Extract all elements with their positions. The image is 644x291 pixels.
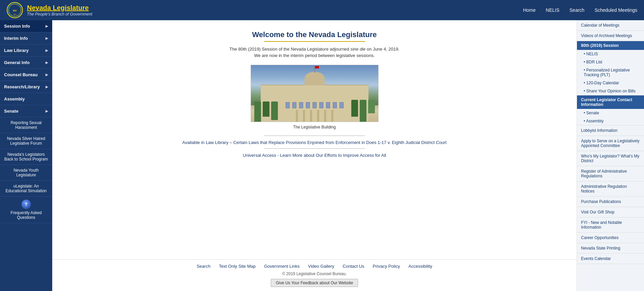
footer-link-gov-links[interactable]: Government Links (264, 264, 300, 269)
right-link-my-legislator[interactable]: Who's My Legislator? What's My District (577, 151, 644, 166)
footer-link-accessibility[interactable]: Accessibility (409, 264, 432, 269)
right-section-purchase-pubs: Purchase Publications (577, 197, 644, 207)
right-section-career: Career Opportunities (577, 233, 644, 243)
sidebar-item-label: Research/Library (4, 84, 40, 89)
nav-scheduled-meetings[interactable]: Scheduled Meetings (594, 7, 637, 13)
sidebar-item-label: General Info (4, 60, 30, 65)
right-section-fyi: FYI - New and Notable Information (577, 217, 644, 233)
right-link-register-admin[interactable]: Register of Administrative Regulations (577, 166, 644, 181)
right-link-gift-shop[interactable]: Visit Our Gift Shop (577, 207, 644, 217)
right-link-videos[interactable]: Videos of Archived Meetings (577, 31, 644, 41)
sidebar-item-assembly[interactable]: Assembly (0, 93, 52, 105)
right-link-events[interactable]: Events Calendar (577, 254, 644, 264)
sidebar-link-silver-haired[interactable]: Nevada Silver Haired Legislative Forum (0, 133, 52, 149)
footer-link-text-only[interactable]: Text Only Site Map (219, 264, 256, 269)
nav-home[interactable]: Home (523, 7, 536, 13)
faq-icon: ? (22, 200, 31, 209)
sidebar-link-youth[interactable]: Nevada Youth Legislature (0, 165, 52, 181)
building-image (251, 65, 379, 122)
right-link-career[interactable]: Career Opportunities (577, 233, 644, 243)
right-sub-nelis[interactable]: NELIS (577, 50, 644, 58)
sidebar-item-senate[interactable]: Senate ▶ (0, 105, 52, 117)
layout: Session Info ▶ Interim Info ▶ Law Librar… (0, 20, 644, 291)
building-columns (296, 108, 333, 122)
right-sub-bdr[interactable]: BDR List (577, 58, 644, 66)
right-sub-assembly[interactable]: Assembly (577, 117, 644, 125)
right-sub-senate[interactable]: Senate (577, 109, 644, 117)
building-caption: The Legislative Building (293, 125, 336, 129)
footer-link-video-gallery[interactable]: Video Gallery (308, 264, 334, 269)
right-link-lobbyist[interactable]: Lobbyist Information (577, 125, 644, 136)
sidebar-link-reporting[interactable]: Reporting Sexual Harassment (0, 117, 52, 133)
right-section-admin-notices: Administrative Regulation Notices (577, 181, 644, 197)
building-windows (286, 102, 344, 108)
sidebar-item-label: Interim Info (4, 36, 28, 41)
right-section-lobbyist: Lobbyist Information (577, 125, 644, 136)
sidebar-item-label: Assembly (4, 96, 25, 101)
sidebar-item-label: Senate (4, 109, 19, 114)
right-sub-120day[interactable]: 120-Day Calendar (577, 79, 644, 87)
nav-search[interactable]: Search (570, 7, 584, 13)
svg-text:NV: NV (13, 9, 17, 12)
footer-link-search[interactable]: Search (197, 264, 211, 269)
divider3 (264, 148, 365, 149)
sidebar-item-law-library[interactable]: Law Library ▶ (0, 45, 52, 57)
sidebar-item-general-info[interactable]: General Info ▶ (0, 57, 52, 69)
chevron-right-icon: ▶ (45, 85, 48, 89)
trees-right (351, 100, 375, 122)
nevada-seal-icon: NV 1864 (7, 2, 23, 18)
right-sub-share-opinion[interactable]: Share Your Opinion on Bills (577, 87, 644, 95)
feedback-button[interactable]: Give Us Your Feedback about Our Website (271, 279, 358, 287)
header-nav: Home NELIS Search Scheduled Meetings (523, 7, 637, 13)
sidebar: Session Info ▶ Interim Info ▶ Law Librar… (0, 20, 52, 291)
header-title-block: Nevada Legislature The People's Branch o… (27, 4, 92, 17)
sidebar-item-research-library[interactable]: Research/Library ▶ (0, 81, 52, 93)
sidebar-link-back-to-school[interactable]: Nevada's Legislators Back to School Prog… (0, 149, 52, 165)
sidebar-item-label: Counsel Bureau (4, 72, 38, 77)
divider2 (264, 136, 365, 136)
chevron-right-icon: ▶ (45, 109, 48, 113)
right-link-apply-committee[interactable]: Apply to Serve on a Legislatively Appoin… (577, 136, 644, 151)
right-section-session-80: 80th (2019) Session NELIS BDR List Perso… (577, 41, 644, 95)
footer-link-contact[interactable]: Contact Us (343, 264, 364, 269)
right-link-admin-notices[interactable]: Administrative Regulation Notices (577, 181, 644, 196)
header-title[interactable]: Nevada Legislature (27, 4, 92, 12)
sidebar-item-interim-info[interactable]: Interim Info ▶ (0, 32, 52, 45)
right-sub-plt[interactable]: Personalized Legislative Tracking (PLT) (577, 66, 644, 79)
sidebar-link-faq[interactable]: ? Frequently Asked Questions (0, 197, 52, 223)
building-dome (304, 72, 325, 85)
footer-link-privacy[interactable]: Privacy Policy (373, 264, 400, 269)
header: NV 1864 Nevada Legislature The People's … (0, 0, 644, 20)
right-section-calendar: Calendar of Meetings (577, 20, 644, 31)
right-link-fyi[interactable]: FYI - New and Notable Information (577, 217, 644, 232)
main-divider (264, 41, 365, 42)
chevron-right-icon: ▶ (45, 36, 48, 40)
footer-links: Search Text Only Site Map Government Lin… (59, 264, 570, 269)
right-section-register-admin: Register of Administrative Regulations (577, 166, 644, 181)
main-content: Welcome to the Nevada Legislature The 80… (52, 20, 577, 259)
sidebar-item-label: Law Library (4, 48, 29, 53)
right-header-session-80: 80th (2019) Session (577, 41, 644, 50)
right-link-state-printing[interactable]: Nevada State Printing (577, 243, 644, 253)
sidebar-item-counsel-bureau[interactable]: Counsel Bureau ▶ (0, 69, 52, 81)
main-title: Welcome to the Nevada Legislature (252, 30, 377, 39)
right-link-calendar-meetings[interactable]: Calendar of Meetings (577, 20, 644, 30)
main-subtitle2: We are now in the interim period between… (254, 53, 375, 58)
sidebar-item-label: Session Info (4, 24, 30, 29)
right-header-current-legislator: Current Legislator Contact Information (577, 95, 644, 109)
sidebar-link-ulegislate[interactable]: uLegislate: An Educational Simulation (0, 181, 52, 197)
building-flag-pole (314, 66, 315, 73)
footer-copyright: © 2019 Legislative Counsel Bureau. (59, 271, 570, 276)
right-link-purchase-pubs[interactable]: Purchase Publications (577, 197, 644, 207)
trees-left (254, 101, 278, 122)
law-library-link[interactable]: Available in Law Library – Certain Laws … (182, 140, 447, 145)
right-section-my-legislator: Who's My Legislator? What's My District (577, 151, 644, 166)
sidebar-item-session-info[interactable]: Session Info ▶ (0, 20, 52, 32)
nav-nelis[interactable]: NELIS (546, 7, 559, 13)
chevron-right-icon: ▶ (45, 24, 48, 28)
footer: Search Text Only Site Map Government Lin… (52, 259, 577, 291)
chevron-right-icon: ▶ (45, 49, 48, 52)
faq-label: Frequently Asked Questions (4, 210, 48, 220)
right-sidebar: Calendar of Meetings Videos of Archived … (577, 20, 644, 291)
universal-access-link[interactable]: Universal Access - Learn More about Our … (243, 153, 386, 158)
